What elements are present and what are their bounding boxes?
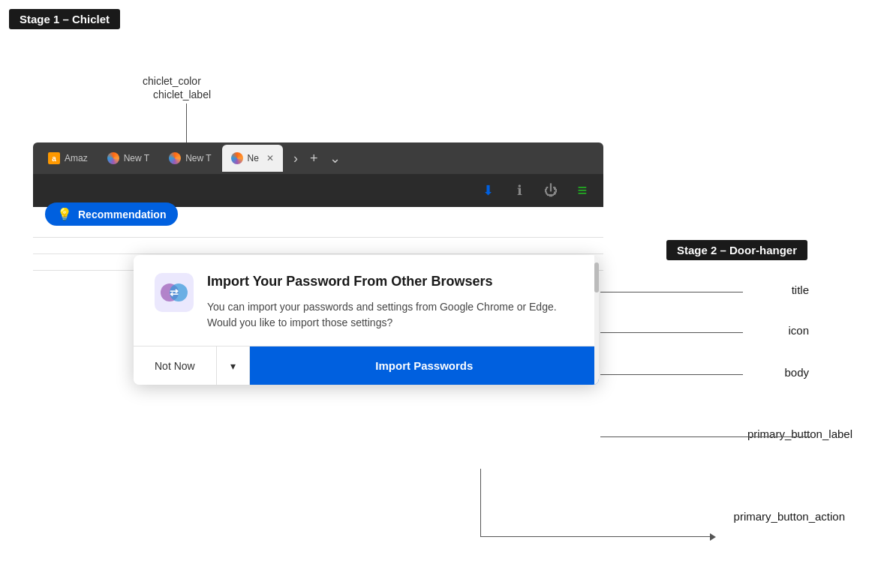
title-anno-line (600, 292, 743, 292)
icon-annotation: icon (788, 324, 809, 337)
tab-list-button[interactable]: ⌄ (326, 147, 344, 170)
download-button[interactable]: ⬇ (476, 178, 500, 202)
icon-anno-line (600, 332, 743, 333)
tab-controls: › + ⌄ (290, 147, 344, 170)
tab-bar: a Amaz New T New T Ne ✕ › + ⌄ (33, 142, 603, 174)
menu-button[interactable]: ≡ (570, 178, 594, 202)
power-button[interactable]: ⏻ (539, 178, 563, 202)
sep-line-1 (33, 237, 603, 238)
tab-close-button[interactable]: ✕ (266, 153, 274, 164)
doorhanger-footer: Not Now ▾ Import Passwords (134, 346, 599, 385)
info-button[interactable]: ℹ (507, 178, 531, 202)
chiclet-annotation-vline (186, 104, 187, 148)
tab-newtab1[interactable]: New T (98, 145, 158, 172)
chiclet-label-text: Recommendation (78, 208, 166, 220)
body-annotation: body (784, 366, 809, 379)
import-icon-svg: ⇄ (155, 273, 194, 312)
doorhanger-scrollbar-thumb (594, 262, 599, 292)
tab-newtab2[interactable]: New T (160, 145, 220, 172)
firefox-favicon-3 (231, 152, 243, 164)
tab-amazon[interactable]: a Amaz (39, 145, 97, 172)
doorhanger-description: You can import your passwords and settin… (207, 299, 578, 331)
firefox-favicon-2 (169, 152, 181, 164)
tab-newtab3-active[interactable]: Ne ✕ (222, 145, 283, 172)
primary-button-label-annotation: primary_button_label (747, 428, 852, 440)
tab-new-button[interactable]: + (307, 148, 321, 170)
doorhanger-icon: ⇄ (155, 273, 194, 312)
doorhanger-popup: ⇄ Import Your Password From Other Browse… (134, 255, 599, 385)
recommendation-chiclet[interactable]: 💡 Recommendation (45, 202, 178, 226)
tab-newtab2-label: New T (185, 153, 211, 164)
browser-chrome: a Amaz New T New T Ne ✕ › + ⌄ ⬇ ℹ (33, 142, 603, 207)
doorhanger-scrollbar[interactable] (594, 255, 599, 385)
tab-newtab3-label: Ne (248, 153, 259, 164)
title-annotation: title (792, 284, 809, 296)
dropdown-button[interactable]: ▾ (217, 346, 250, 385)
not-now-button[interactable]: Not Now (134, 346, 217, 385)
svg-text:⇄: ⇄ (170, 286, 179, 298)
stage2-label: Stage 2 – Door-hanger (666, 240, 807, 260)
stage1-label: Stage 1 – Chiclet (9, 9, 120, 29)
chiclet-color-annotation: chiclet_color (143, 75, 201, 87)
sep-line-2 (33, 254, 603, 254)
chiclet-bulb-icon: 💡 (57, 207, 72, 221)
doorhanger-body: ⇄ Import Your Password From Other Browse… (134, 255, 599, 346)
tab-forward-button[interactable]: › (290, 148, 301, 170)
action-arrow-hline (480, 536, 713, 537)
doorhanger-content: Import Your Password From Other Browsers… (207, 273, 578, 331)
import-passwords-button[interactable]: Import Passwords (250, 346, 599, 385)
primary-btn-label-line (600, 436, 810, 437)
body-anno-line (600, 374, 743, 375)
chiclet-label-annotation: chiclet_label (153, 88, 211, 100)
dropdown-chevron-icon: ▾ (230, 360, 236, 372)
action-arrow-vline (480, 469, 481, 536)
amazon-favicon: a (48, 152, 60, 164)
firefox-favicon-1 (107, 152, 119, 164)
doorhanger-title: Import Your Password From Other Browsers (207, 273, 578, 290)
action-arrowhead (710, 533, 716, 541)
primary-button-action-annotation: primary_button_action (734, 510, 845, 523)
toolbar-right: ⬇ ℹ ⏻ ≡ (476, 178, 594, 202)
tab-amazon-label: Amaz (65, 153, 88, 164)
tab-newtab1-label: New T (124, 153, 149, 164)
